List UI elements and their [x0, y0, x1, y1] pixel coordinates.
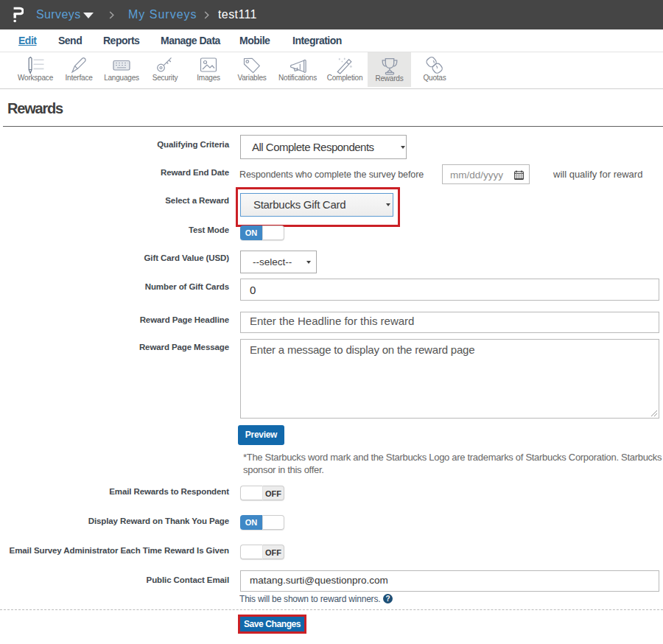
svg-text:?: ?: [385, 595, 390, 603]
